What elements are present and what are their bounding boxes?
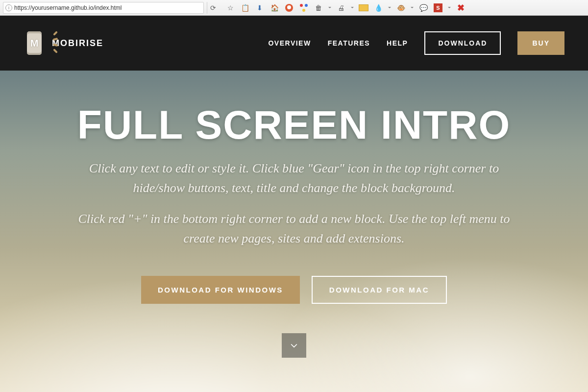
chat-icon[interactable]: 💬 [418, 3, 428, 13]
site-info-icon[interactable]: i [5, 4, 12, 11]
trash-icon[interactable]: 🗑 [314, 3, 323, 13]
url-input[interactable] [14, 4, 201, 11]
s-extension-icon[interactable]: S [433, 3, 443, 13]
hero-section: FULL SCREEN INTRO Click any text to edit… [0, 71, 588, 392]
toolbar-icons: ☆ 📋 ⬇ 🏠 🗑 🖨 💧 🐵 💬 S ✖ [221, 3, 466, 13]
main-nav: OVERVIEW FEATURES HELP DOWNLOAD BUY [268, 31, 564, 55]
brand-name: MOBIRISE [52, 38, 103, 49]
hero-buttons: DOWNLOAD FOR WINDOWS DOWNLOAD FOR MAC [0, 276, 588, 304]
color-dots-icon[interactable] [299, 3, 309, 13]
scroll-down-button[interactable] [282, 333, 306, 358]
download-arrow-icon[interactable]: ⬇ [255, 3, 265, 13]
home-icon[interactable]: 🏠 [270, 3, 279, 13]
clipboard-icon[interactable]: 📋 [240, 3, 250, 13]
download-button[interactable]: DOWNLOAD [424, 31, 501, 55]
dropdown-caret-icon[interactable] [351, 7, 354, 8]
reload-button[interactable]: ⟳ [207, 2, 219, 14]
dropdown-caret-icon[interactable] [411, 7, 414, 8]
monkey-icon[interactable]: 🐵 [396, 3, 406, 13]
hero-title[interactable]: FULL SCREEN INTRO [0, 102, 588, 148]
nav-overview[interactable]: OVERVIEW [268, 39, 311, 47]
buy-button[interactable]: BUY [517, 31, 564, 55]
x-extension-icon[interactable]: ✖ [456, 3, 466, 13]
browser-toolbar: i ⟳ ☆ 📋 ⬇ 🏠 🗑 🖨 💧 🐵 💬 S ✖ [0, 0, 588, 16]
hero-paragraph-1[interactable]: Click any text to edit or style it. Clic… [69, 159, 519, 198]
brand-logo[interactable]: M MOBIRISE [24, 29, 103, 57]
site-header: M MOBIRISE OVERVIEW FEATURES HELP DOWNLO… [0, 16, 588, 71]
dropdown-caret-icon[interactable] [328, 7, 331, 8]
chevron-down-icon [289, 341, 299, 350]
eyedropper-icon[interactable]: 💧 [373, 3, 383, 13]
dropdown-caret-icon[interactable] [388, 7, 391, 8]
nav-features[interactable]: FEATURES [328, 39, 370, 47]
duckduckgo-icon[interactable] [284, 3, 294, 13]
print-icon[interactable]: 🖨 [336, 3, 346, 13]
download-windows-button[interactable]: DOWNLOAD FOR WINDOWS [141, 276, 300, 304]
logo-icon: M [24, 29, 45, 57]
star-icon[interactable]: ☆ [225, 3, 235, 13]
address-bar[interactable]: i [3, 2, 204, 14]
nav-help[interactable]: HELP [387, 39, 408, 47]
download-mac-button[interactable]: DOWNLOAD FOR MAC [312, 276, 447, 304]
hero-paragraph-2[interactable]: Click red "+" in the bottom right corner… [69, 209, 519, 249]
dropdown-caret-icon[interactable] [448, 7, 451, 8]
highlight-icon[interactable] [359, 3, 368, 13]
